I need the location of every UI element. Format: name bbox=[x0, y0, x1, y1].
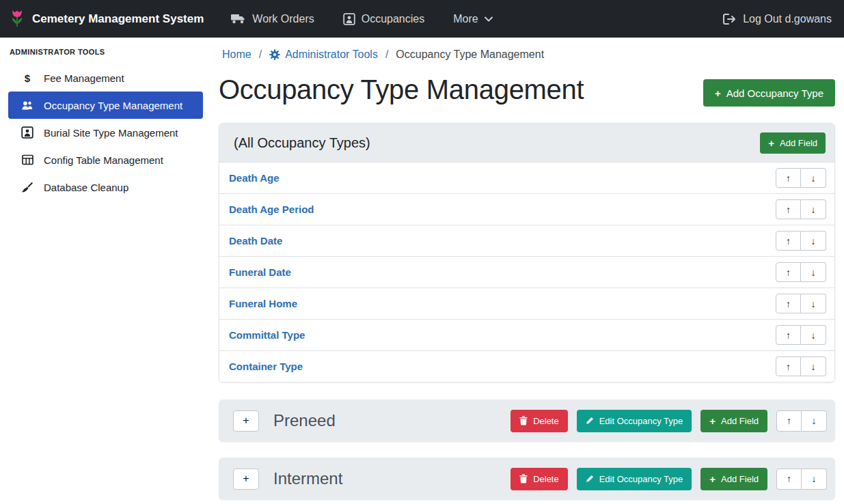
plus-icon: + bbox=[243, 473, 249, 485]
move-down-button[interactable]: ↓ bbox=[802, 468, 827, 490]
field-row: Committal Type ↑ ↓ bbox=[219, 319, 834, 350]
delete-label: Delete bbox=[533, 474, 559, 484]
sidebar-item-fee-management[interactable]: $ Fee Management bbox=[8, 64, 203, 92]
sidebar-item-label: Occupancy Type Management bbox=[44, 100, 182, 111]
edit-label: Edit Occupancy Type bbox=[599, 416, 683, 426]
nav-occupancies-label: Occupancies bbox=[362, 13, 425, 25]
sidebar-item-database-cleanup[interactable]: Database Cleanup bbox=[8, 173, 203, 201]
all-occupancy-types-header: (All Occupancy Types) + Add Field bbox=[219, 124, 834, 162]
move-down-button[interactable]: ↓ bbox=[801, 294, 826, 313]
reorder-buttons: ↑ ↓ bbox=[776, 199, 826, 219]
move-down-button[interactable]: ↓ bbox=[802, 410, 827, 432]
reorder-buttons: ↑ ↓ bbox=[776, 262, 826, 282]
field-row: Death Age ↑ ↓ bbox=[219, 162, 834, 193]
move-down-button[interactable]: ↓ bbox=[801, 356, 826, 376]
logout-button[interactable]: Log Out d.gowans bbox=[723, 13, 832, 25]
sidebar-item-burial-site-type-management[interactable]: Burial Site Type Management bbox=[8, 119, 203, 146]
arrow-up-icon: ↑ bbox=[787, 473, 791, 484]
field-link[interactable]: Funeral Date bbox=[229, 266, 291, 278]
add-field-button[interactable]: + Add Field bbox=[700, 410, 767, 432]
move-up-button[interactable]: ↑ bbox=[776, 325, 801, 345]
sidebar-item-label: Database Cleanup bbox=[44, 182, 128, 193]
expand-button[interactable]: + bbox=[233, 410, 259, 432]
edit-occupancy-type-button[interactable]: Edit Occupancy Type bbox=[577, 410, 692, 432]
move-down-button[interactable]: ↓ bbox=[801, 168, 826, 188]
add-field-label: Add Field bbox=[721, 416, 759, 426]
edit-occupancy-type-button[interactable]: Edit Occupancy Type bbox=[577, 468, 692, 490]
delete-button[interactable]: Delete bbox=[511, 468, 568, 490]
plus-icon: + bbox=[243, 415, 249, 427]
add-field-label: Add Field bbox=[721, 474, 759, 484]
primary-nav: Work Orders Occupancies More bbox=[231, 13, 492, 25]
add-field-button[interactable]: + Add Field bbox=[700, 468, 767, 490]
field-row: Death Date ↑ ↓ bbox=[219, 225, 834, 256]
page-header: Occupancy Type Management + Add Occupanc… bbox=[219, 73, 835, 107]
add-occupancy-type-button[interactable]: + Add Occupancy Type bbox=[703, 79, 835, 107]
dollar-icon: $ bbox=[20, 72, 35, 84]
nav-work-orders[interactable]: Work Orders bbox=[231, 13, 314, 25]
nav-occupancies[interactable]: Occupancies bbox=[343, 13, 425, 25]
arrow-down-icon: ↓ bbox=[811, 267, 816, 278]
move-up-button[interactable]: ↑ bbox=[776, 468, 802, 490]
delete-label: Delete bbox=[533, 416, 559, 426]
brand-title: Cemetery Management System bbox=[32, 12, 204, 26]
arrow-down-icon: ↓ bbox=[811, 173, 816, 184]
field-link[interactable]: Funeral Home bbox=[229, 298, 297, 309]
table-icon bbox=[20, 154, 35, 165]
delete-button[interactable]: Delete bbox=[511, 410, 568, 432]
nav-work-orders-label: Work Orders bbox=[252, 13, 314, 25]
sidebar-item-config-table-management[interactable]: Config Table Management bbox=[8, 146, 203, 173]
field-link[interactable]: Death Age bbox=[229, 172, 280, 184]
arrow-down-icon: ↓ bbox=[811, 330, 816, 341]
field-link[interactable]: Committal Type bbox=[229, 329, 305, 341]
arrow-up-icon: ↑ bbox=[786, 236, 791, 247]
move-up-button[interactable]: ↑ bbox=[776, 294, 801, 313]
add-occupancy-type-label: Add Occupancy Type bbox=[726, 87, 823, 99]
top-navbar: Cemetery Management System Work Orders bbox=[0, 0, 844, 38]
section-title: Interment bbox=[273, 469, 511, 488]
move-up-button[interactable]: ↑ bbox=[776, 410, 802, 432]
pencil-icon bbox=[586, 475, 594, 483]
add-field-button[interactable]: + Add Field bbox=[760, 132, 826, 154]
move-down-button[interactable]: ↓ bbox=[801, 199, 826, 219]
field-row: Funeral Home ↑ ↓ bbox=[219, 288, 834, 319]
nav-more[interactable]: More bbox=[453, 13, 492, 25]
sidebar-heading: Administrator Tools bbox=[8, 46, 203, 64]
reorder-buttons: ↑ ↓ bbox=[776, 168, 826, 188]
app-brand[interactable]: Cemetery Management System bbox=[10, 9, 204, 29]
reorder-buttons: ↑ ↓ bbox=[776, 356, 826, 376]
breadcrumb-current: Occupancy Type Management bbox=[396, 48, 544, 61]
move-up-button[interactable]: ↑ bbox=[776, 356, 801, 376]
all-occupancy-types-card: (All Occupancy Types) + Add Field Death … bbox=[219, 123, 835, 382]
field-link[interactable]: Death Age Period bbox=[229, 204, 314, 215]
breadcrumb-admin-tools[interactable]: Administrator Tools bbox=[269, 48, 378, 61]
arrow-up-icon: ↑ bbox=[786, 204, 791, 215]
arrow-down-icon: ↓ bbox=[811, 361, 816, 372]
field-link[interactable]: Death Date bbox=[229, 235, 282, 247]
arrow-down-icon: ↓ bbox=[812, 473, 817, 484]
move-up-button[interactable]: ↑ bbox=[776, 262, 801, 282]
users-icon bbox=[20, 100, 35, 111]
field-link[interactable]: Container Type bbox=[229, 361, 303, 372]
sidebar-item-occupancy-type-management[interactable]: Occupancy Type Management bbox=[8, 92, 203, 119]
trash-icon bbox=[519, 474, 528, 484]
move-up-button[interactable]: ↑ bbox=[776, 231, 801, 251]
logout-icon bbox=[723, 14, 737, 25]
add-field-label: Add Field bbox=[780, 138, 817, 148]
move-up-button[interactable]: ↑ bbox=[776, 199, 801, 219]
breadcrumb-admin-tools-label: Administrator Tools bbox=[285, 48, 378, 61]
arrow-down-icon: ↓ bbox=[811, 204, 816, 215]
section-title: Preneed bbox=[273, 411, 511, 430]
arrow-up-icon: ↑ bbox=[786, 361, 791, 372]
move-up-button[interactable]: ↑ bbox=[776, 168, 801, 188]
trash-icon bbox=[519, 416, 528, 425]
expand-button[interactable]: + bbox=[233, 468, 259, 490]
move-down-button[interactable]: ↓ bbox=[801, 231, 826, 251]
breadcrumb-home[interactable]: Home bbox=[222, 48, 251, 61]
move-down-button[interactable]: ↓ bbox=[801, 325, 826, 345]
breadcrumb: Home / Administrator Tools / Occupa bbox=[222, 48, 835, 61]
broom-icon bbox=[20, 182, 35, 193]
field-row: Death Age Period ↑ ↓ bbox=[219, 193, 834, 225]
move-down-button[interactable]: ↓ bbox=[801, 262, 826, 282]
sidebar-item-label: Config Table Management bbox=[44, 154, 163, 166]
